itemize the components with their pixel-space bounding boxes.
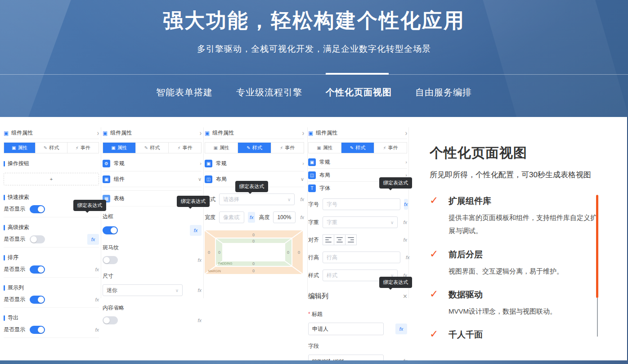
tab-style[interactable]: ✎样式	[238, 143, 271, 153]
line-height-input[interactable]	[323, 252, 400, 263]
tab-events[interactable]: ⚡事件	[271, 143, 304, 153]
check-icon: ✓	[430, 288, 438, 300]
collapse-chevron-icon[interactable]: ›	[405, 129, 407, 137]
panel-title: 组件属性	[212, 129, 234, 137]
section-export: 导出	[4, 314, 99, 322]
width-height-row: 宽度 fx 高度 fx	[205, 211, 304, 223]
size-field-label: 尺寸	[103, 272, 202, 280]
fx-binding-button[interactable]: fx	[87, 234, 99, 245]
close-icon[interactable]: ×	[403, 293, 407, 300]
fx-binding-icon[interactable]: fx	[406, 255, 410, 260]
fx-binding-button[interactable]: fx	[248, 212, 255, 223]
fx-binding-icon[interactable]: fx	[95, 297, 99, 302]
advanced-search-toggle[interactable]	[30, 235, 45, 243]
fx-binding-icon[interactable]: fx	[197, 318, 202, 323]
tab-service-orchestration[interactable]: 自由服务编排	[415, 86, 472, 99]
width-input[interactable]	[219, 211, 244, 223]
collapse-chevron-icon[interactable]: ›	[302, 129, 304, 137]
properties-icon: ▣	[12, 145, 16, 150]
section-sort: 排序	[4, 254, 99, 261]
tab-personalized-page-view[interactable]: 个性化页面视图	[326, 86, 392, 99]
feature-desc: 提供丰富的页面模板和组件，支持组件库自定义扩展与调试。	[449, 211, 597, 238]
tab-events[interactable]: ⚡事件	[169, 143, 201, 153]
chevron-right-icon: ›	[405, 159, 407, 165]
align-right-button[interactable]	[345, 234, 357, 245]
fx-binding-icon[interactable]: fx	[403, 237, 407, 243]
font-size-input[interactable]	[323, 198, 400, 210]
fx-binding-button[interactable]: fx	[190, 225, 202, 236]
component-icon: ▣	[205, 130, 210, 136]
line-height-row: 行高 fx	[308, 252, 407, 263]
fx-binding-icon[interactable]: fx	[300, 197, 304, 202]
style-icon: ✎	[247, 145, 250, 150]
tab-smart-form[interactable]: 智能表单搭建	[156, 86, 213, 99]
tab-style[interactable]: ✎样式	[341, 143, 374, 153]
panel-title: 组件属性	[11, 129, 33, 137]
fx-binding-icon[interactable]: fx	[197, 288, 202, 293]
event-icon: ⚡	[177, 145, 180, 150]
check-icon: ✓	[430, 194, 438, 207]
feature-title: 千人千面	[449, 329, 597, 341]
fx-binding-icon[interactable]: fx	[403, 220, 407, 225]
quick-search-toggle[interactable]	[30, 205, 45, 213]
section-component[interactable]: ▣ 组件 ∨	[103, 171, 202, 187]
fx-binding-icon[interactable]: fx	[95, 327, 99, 333]
zebra-toggle[interactable]	[103, 256, 118, 264]
tab-process-engine[interactable]: 专业级流程引擎	[236, 86, 302, 99]
collapse-chevron-icon[interactable]: ›	[200, 129, 202, 137]
collapse-chevron-icon[interactable]: ›	[97, 129, 99, 137]
component-props-panel-3: ▣ 组件属性 › ▣属性 ✎样式 ⚡事件 ▣ 常规 › ◫ 布局 ∨ 模式 请选…	[205, 127, 304, 275]
add-button[interactable]: +	[4, 173, 99, 185]
svg-text:0: 0	[287, 250, 289, 255]
tab-events[interactable]: ⚡事件	[374, 143, 407, 153]
section-general[interactable]: ▣ 常规 ›	[308, 156, 407, 169]
component-props-panel-2: ▣ 组件属性 › ▣属性 ✎样式 ⚡事件 ⚙ 常规 › ▣ 组件 ∨ ▦ 表格 …	[103, 127, 202, 324]
layout-icon: ◫	[205, 175, 212, 183]
title-input[interactable]	[308, 323, 384, 335]
border-toggle[interactable]	[103, 226, 118, 234]
panel-title: 组件属性	[110, 129, 132, 137]
style-icon: ✎	[144, 145, 148, 150]
tab-events[interactable]: ⚡事件	[67, 143, 99, 153]
font-weight-select[interactable]: 字重 ∨	[323, 216, 398, 228]
fx-binding-icon[interactable]: fx	[95, 267, 99, 272]
align-left-button[interactable]	[323, 234, 334, 245]
section-general[interactable]: ▣ 常规 ›	[205, 156, 304, 171]
section-subtitle: 所见即所得，个性化配置，可30秒生成表格视图	[430, 170, 597, 180]
section-general[interactable]: ⚙ 常规 ›	[103, 156, 202, 171]
tab-properties[interactable]: ▣属性	[205, 143, 238, 153]
ellipsis-toggle[interactable]	[103, 316, 118, 324]
columns-toggle[interactable]	[30, 296, 45, 304]
component-props-panel-4: ▣ 组件属性 › ▣属性 ✎样式 ⚡事件 ▣ 常规 › ◫ 布局 › T 字体 …	[308, 127, 407, 364]
fx-binding-button[interactable]: fx	[404, 199, 408, 210]
fx-binding-icon[interactable]: fx	[197, 257, 202, 263]
mode-select[interactable]: 请选择 ∨	[219, 193, 295, 205]
align-center-button[interactable]	[334, 234, 345, 245]
chevron-down-icon: ∨	[301, 176, 304, 182]
tab-properties[interactable]: ▣属性	[103, 143, 136, 153]
height-input[interactable]	[273, 211, 296, 223]
font-size-row: 字号 fx	[308, 198, 407, 210]
feature-progress-indicator	[596, 195, 598, 298]
size-select[interactable]: 迷你 ∨	[103, 284, 183, 296]
sort-toggle[interactable]	[30, 265, 45, 274]
fx-binding-button[interactable]: fx	[395, 324, 407, 334]
title-field-label: *标题	[308, 310, 407, 318]
tab-properties[interactable]: ▣属性	[4, 143, 36, 153]
export-toggle[interactable]	[30, 326, 45, 334]
tab-style[interactable]: ✎样式	[136, 143, 169, 153]
fx-binding-icon[interactable]: fx	[300, 215, 304, 220]
tab-properties[interactable]: ▣属性	[309, 143, 341, 153]
tab-style[interactable]: ✎样式	[36, 143, 67, 153]
svg-text:0: 0	[218, 250, 220, 255]
feature-progress-track	[597, 298, 598, 337]
chevron-right-icon: ›	[302, 161, 304, 166]
align-row: 对齐 fx	[308, 234, 407, 245]
component-icon: ▣	[308, 130, 313, 136]
list-item: ✓ 数据驱动 MVVM设计理念，数据与视图联动。	[430, 289, 597, 318]
feature-title: 前后分层	[449, 249, 597, 261]
hero-banner: 强大功能，轻松构建个性化应用 多引擎驱动，全栈可视化开发，满足企业数字化转型全场…	[0, 0, 628, 117]
list-item: ✓ 前后分层 视图界面、交互逻辑分离，易于维护。	[430, 249, 597, 278]
properties-icon: ▣	[317, 145, 321, 150]
style-icon: ✎	[44, 145, 47, 150]
